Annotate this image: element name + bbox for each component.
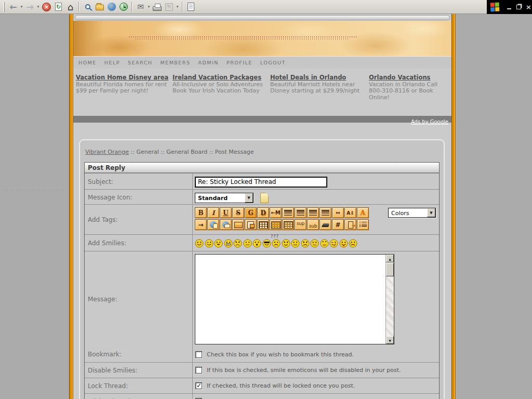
- insert-table-tag-button[interactable]: [257, 219, 269, 230]
- nav-link-logout[interactable]: LOGOUT: [260, 60, 286, 65]
- smiley-wink-tongue[interactable]: [329, 239, 338, 248]
- message-icon-select[interactable]: Standard ▼: [195, 193, 254, 203]
- font-color-tag-button[interactable]: A: [357, 207, 369, 218]
- bookmark-description: Check this box if you wish to bookmark t…: [207, 351, 354, 358]
- colors-select[interactable]: Colors ▼: [388, 208, 436, 218]
- toolbar-grip[interactable]: [3, 2, 5, 12]
- nav-link-help[interactable]: HELP: [104, 60, 120, 65]
- stop-icon: ×: [42, 3, 51, 11]
- insert-media-tag-button[interactable]: [245, 219, 257, 230]
- subscript-tag-button[interactable]: sub: [307, 219, 319, 230]
- smiley-smile[interactable]: [195, 239, 204, 248]
- italic-tag-button[interactable]: I: [207, 207, 219, 218]
- refresh-button[interactable]: [52, 1, 64, 12]
- align-left-tag-button[interactable]: [282, 207, 294, 218]
- marquee-tag-button[interactable]: ←M: [270, 207, 282, 218]
- ad-title-link[interactable]: Hotel Deals in Orlando: [270, 74, 366, 81]
- indent-tag-button[interactable]: →: [195, 219, 207, 230]
- mail-button[interactable]: ✉: [135, 1, 147, 12]
- favorites-icon: [96, 5, 104, 10]
- table-row-tag-button[interactable]: [270, 219, 282, 230]
- bookmark-checkbox[interactable]: [195, 351, 202, 358]
- insert-link-tag-button[interactable]: [207, 219, 219, 230]
- smiley-dead[interactable]: [310, 239, 319, 248]
- search-button[interactable]: [82, 1, 94, 12]
- print-button[interactable]: [151, 1, 163, 12]
- smiley-rolleyes[interactable]: [320, 239, 329, 248]
- smiley-mad[interactable]: [301, 239, 310, 248]
- smiley-laugh[interactable]: [214, 239, 223, 248]
- restore-button[interactable]: [515, 4, 522, 10]
- back-button[interactable]: ←: [7, 1, 19, 12]
- shadow-tag-button[interactable]: D: [257, 207, 269, 218]
- ad-title-link[interactable]: Orlando Vacations: [369, 74, 449, 81]
- align-center-tag-button[interactable]: [307, 207, 319, 218]
- justify-tag-button[interactable]: [320, 207, 331, 218]
- smiley-mellow[interactable]: [291, 239, 300, 248]
- scroll-up-icon[interactable]: ▲: [386, 255, 394, 262]
- smiley-neutral[interactable]: [243, 239, 252, 248]
- code-tag-button[interactable]: #: [332, 219, 344, 230]
- chevron-down-icon[interactable]: ▾: [19, 5, 24, 9]
- stop-button[interactable]: ×: [41, 1, 52, 12]
- chevron-down-icon[interactable]: ▾: [36, 5, 41, 9]
- scroll-down-icon[interactable]: ▼: [386, 336, 394, 344]
- chevron-down-icon[interactable]: ▾: [147, 5, 151, 9]
- minimize-button[interactable]: [506, 4, 512, 10]
- close-button[interactable]: ×: [525, 4, 532, 10]
- glow-tag-button[interactable]: G: [245, 207, 257, 218]
- favorites-button[interactable]: [94, 1, 105, 12]
- back-icon: ←: [9, 2, 17, 12]
- insert-email-tag-button[interactable]: [220, 219, 232, 230]
- smiley-angry[interactable]: [233, 239, 242, 248]
- home-button[interactable]: ⌂: [64, 1, 76, 12]
- message-textarea[interactable]: [195, 255, 385, 344]
- dropdown-arrow-icon[interactable]: ▼: [427, 208, 435, 217]
- smiley-cool[interactable]: [262, 239, 271, 248]
- ad-title-link[interactable]: Ireland Vacation Packages: [172, 74, 267, 81]
- scrollbar-thumb[interactable]: [386, 263, 394, 276]
- dropdown-arrow-icon[interactable]: ▼: [245, 193, 253, 203]
- underline-tag-button[interactable]: U: [220, 207, 232, 218]
- chevron-down-icon[interactable]: ▾: [175, 5, 180, 9]
- media-button[interactable]: [105, 1, 117, 12]
- ads-by-google-link[interactable]: Ads by Google: [411, 119, 448, 125]
- edit-button[interactable]: [163, 1, 175, 12]
- history-button[interactable]: [117, 1, 129, 12]
- insert-image-tag-button[interactable]: [232, 219, 244, 230]
- nav-link-home[interactable]: HOME: [78, 60, 97, 65]
- browser-toolbar: ←▾→▾×⌂✉▾▾ ×: [0, 0, 532, 14]
- breadcrumb-board-link[interactable]: Vibrant Orange: [85, 149, 129, 155]
- smiley-grin[interactable]: [224, 239, 233, 248]
- nav-link-search[interactable]: SEARCH: [128, 60, 152, 65]
- resize-tag-button[interactable]: ↔: [332, 207, 344, 218]
- superscript-tag-button[interactable]: sup: [295, 219, 307, 230]
- smiley-ohmy[interactable]: [252, 239, 261, 248]
- forward-button[interactable]: →: [24, 1, 36, 12]
- list-tag-button[interactable]: [357, 219, 369, 230]
- disable-smilies-description: If this box is checked, smile emoticons …: [207, 367, 401, 374]
- close-tags-tag-button[interactable]: [344, 219, 356, 230]
- subject-input[interactable]: [195, 177, 327, 188]
- smiley-cry[interactable]: [349, 239, 357, 248]
- disable-smilies-checkbox[interactable]: [195, 367, 202, 374]
- strike-tag-button[interactable]: S: [232, 207, 244, 218]
- smiley-sad[interactable]: [272, 239, 281, 248]
- nav-link-profile[interactable]: PROFILE: [227, 60, 252, 65]
- post-reply-form: Post Reply Subject: Message Icon: Standa…: [84, 162, 440, 399]
- smiley-wink[interactable]: [205, 239, 214, 248]
- nav-link-admin[interactable]: ADMIN: [198, 60, 218, 65]
- lock-thread-checkbox[interactable]: [195, 382, 202, 389]
- table-cell-tag-button[interactable]: [282, 219, 294, 230]
- document-button[interactable]: [185, 1, 197, 12]
- smiley-evil[interactable]: [282, 239, 290, 248]
- ad-title-link[interactable]: Vacation Home Disney area: [76, 74, 169, 81]
- smiley-tongue[interactable]: [339, 239, 348, 248]
- forum-banner: [73, 21, 451, 56]
- bold-tag-button[interactable]: B: [195, 207, 207, 218]
- quote-tag-button[interactable]: [320, 219, 331, 230]
- font-size-tag-button[interactable]: A↕: [344, 207, 356, 218]
- align-right-tag-button[interactable]: [295, 207, 307, 218]
- textarea-scrollbar[interactable]: ▲ ▼: [385, 255, 394, 344]
- nav-link-members[interactable]: MEMBERS: [160, 60, 190, 65]
